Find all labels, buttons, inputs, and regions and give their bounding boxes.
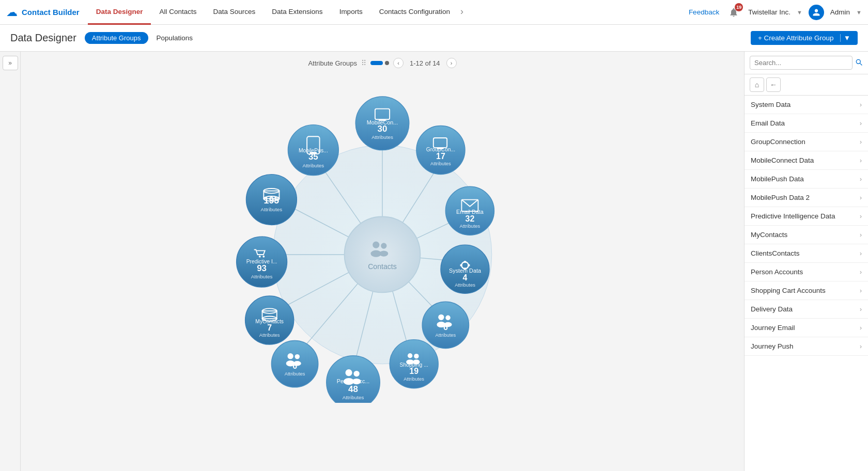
right-list-item[interactable]: Shopping Cart Accounts› <box>745 281 868 300</box>
right-list-item[interactable]: MobilePush Data 2› <box>745 189 868 207</box>
search-icon <box>855 58 863 66</box>
nav-tab-imports[interactable]: Imports <box>331 0 371 25</box>
svg-point-69 <box>287 353 293 359</box>
nav-tabs: Data Designer All Contacts Data Sources … <box>88 0 466 25</box>
search-box <box>745 52 868 74</box>
nav-tab-data-extensions[interactable]: Data Extensions <box>264 0 331 25</box>
top-nav: ☁ Contact Builder Data Designer All Cont… <box>0 0 868 25</box>
node-195-attributes[interactable]: 195 Attributes <box>246 175 297 225</box>
page-text: 1-12 of 14 <box>410 59 440 67</box>
svg-text:Attributes: Attributes <box>343 395 364 400</box>
right-list-item[interactable]: Journey Push› <box>745 337 868 356</box>
nav-tab-data-designer[interactable]: Data Designer <box>88 0 151 25</box>
create-attribute-group-button[interactable]: + Create Attribute Group ▼ <box>751 31 858 45</box>
nav-more-icon[interactable]: › <box>458 0 466 25</box>
prev-page-button[interactable]: ‹ <box>393 58 404 68</box>
home-nav-button[interactable]: ⌂ <box>750 77 764 92</box>
svg-text:Attributes: Attributes <box>404 376 424 382</box>
chevron-right-icon: › <box>860 101 862 108</box>
dot-navigation: ⠿ <box>361 59 389 67</box>
svg-text:7: 7 <box>267 323 272 332</box>
right-list-item[interactable]: Delivery Data› <box>745 300 868 319</box>
sub-header: Data Designer Attribute Groups Populatio… <box>0 25 868 52</box>
chevron-right-icon: › <box>860 157 862 164</box>
svg-rect-41 <box>468 264 470 266</box>
dot-active[interactable] <box>370 61 383 65</box>
chevron-right-icon: › <box>860 120 862 127</box>
feedback-button[interactable]: Feedback <box>689 8 719 16</box>
dot-dark[interactable] <box>385 61 389 65</box>
right-list-item[interactable]: Person Accounts› <box>745 263 868 281</box>
drag-handle-icon: ⠿ <box>361 59 366 67</box>
node-delivery-data[interactable]: 6 Attributes <box>271 341 318 387</box>
search-input[interactable] <box>750 56 853 70</box>
user-dropdown-icon[interactable]: ▼ <box>856 9 862 15</box>
node-email-data[interactable]: Email Data 32 Attributes <box>445 186 494 235</box>
right-list-item[interactable]: System Data› <box>745 96 868 114</box>
node-group-connection[interactable]: GroupCon... 17 Attributes <box>416 126 465 175</box>
node-mobile-connect[interactable]: MobileCon... 30 Attributes <box>355 97 409 150</box>
node-my-contacts[interactable]: MyContacts 7 Attributes <box>245 296 294 344</box>
chevron-right-icon: › <box>860 287 862 294</box>
svg-text:Attributes: Attributes <box>460 223 481 229</box>
search-button[interactable] <box>855 58 863 68</box>
right-list-item[interactable]: GroupConnection› <box>745 133 868 151</box>
create-dropdown-icon[interactable]: ▼ <box>840 34 850 42</box>
right-list-item[interactable]: ClientsContacts› <box>745 244 868 263</box>
right-list-item[interactable]: MyContacts› <box>745 226 868 244</box>
right-panel: ⌂ ← System Data›Email Data›GroupConnecti… <box>744 52 868 471</box>
svg-point-16 <box>381 243 386 248</box>
expand-panel-button[interactable]: » <box>3 56 18 70</box>
attribute-groups-label: Attribute Groups <box>308 59 357 67</box>
chevron-right-icon: › <box>860 213 862 220</box>
svg-text:Attributes: Attributes <box>435 332 456 338</box>
notification-count: 19 <box>735 3 743 11</box>
svg-rect-40 <box>460 264 462 266</box>
notification-bell[interactable]: 19 <box>725 4 742 21</box>
back-nav-button[interactable]: ← <box>766 77 781 92</box>
salesforce-icon: ☁ <box>6 6 18 19</box>
next-page-button[interactable]: › <box>446 58 457 68</box>
right-list-item[interactable]: MobileConnect Data› <box>745 151 868 170</box>
node-mobile-push[interactable]: MobilePus... 35 Attributes <box>288 125 338 176</box>
svg-point-53 <box>408 353 412 358</box>
svg-text:35: 35 <box>308 152 318 162</box>
node-system-data[interactable]: System Data 4 Attributes <box>441 245 489 293</box>
chevron-right-icon: › <box>860 194 862 201</box>
svg-text:Attributes: Attributes <box>430 161 451 166</box>
node-clients-contacts[interactable]: 6 Attributes <box>422 302 469 348</box>
chevron-right-icon: › <box>860 231 862 239</box>
svg-text:Attributes: Attributes <box>259 332 280 338</box>
nav-tab-all-contacts[interactable]: All Contacts <box>151 0 205 25</box>
right-list-item[interactable]: MobilePush Data› <box>745 170 868 189</box>
svg-text:6: 6 <box>292 362 297 370</box>
nav-tab-data-sources[interactable]: Data Sources <box>205 0 264 25</box>
node-shopping-cart[interactable]: Shopping ... 19 Attributes <box>390 340 438 388</box>
org-name[interactable]: Twistellar Inc. <box>748 8 791 16</box>
svg-point-14 <box>373 242 379 248</box>
right-list-item[interactable]: Predictive Intelligence Data› <box>745 207 868 226</box>
pagination-bar: Attribute Groups ⠿ ‹ 1-12 of 14 › <box>21 52 744 72</box>
chevron-right-icon: › <box>860 269 862 276</box>
nav-tab-contacts-config[interactable]: Contacts Configuration <box>371 0 458 25</box>
main-area: » Attribute Groups ⠿ ‹ 1-12 of 14 › <box>0 52 868 471</box>
attribute-groups-tab[interactable]: Attribute Groups <box>85 32 148 44</box>
populations-tab[interactable]: Populations <box>152 32 197 44</box>
org-dropdown-icon[interactable]: ▼ <box>797 9 802 15</box>
svg-text:17: 17 <box>436 152 445 161</box>
svg-point-84 <box>262 256 265 258</box>
svg-text:32: 32 <box>466 214 475 223</box>
right-list-item[interactable]: Journey Email› <box>745 319 868 337</box>
node-predictive[interactable]: Predictive I... 93 Attributes <box>237 237 287 287</box>
chevron-right-icon: › <box>860 176 862 183</box>
user-name[interactable]: Admin <box>830 8 850 16</box>
user-avatar[interactable] <box>809 5 824 20</box>
page-title: Data Designer <box>10 32 76 44</box>
svg-point-48 <box>445 316 450 320</box>
svg-point-83 <box>259 256 261 258</box>
svg-text:Attributes: Attributes <box>302 163 324 168</box>
svg-text:19: 19 <box>409 367 419 375</box>
diagram-svg: Contacts MobileCon... 30 Attributes <box>222 72 542 403</box>
right-list-item[interactable]: Email Data› <box>745 114 868 133</box>
panel-nav-icons: ⌂ ← <box>745 74 868 96</box>
